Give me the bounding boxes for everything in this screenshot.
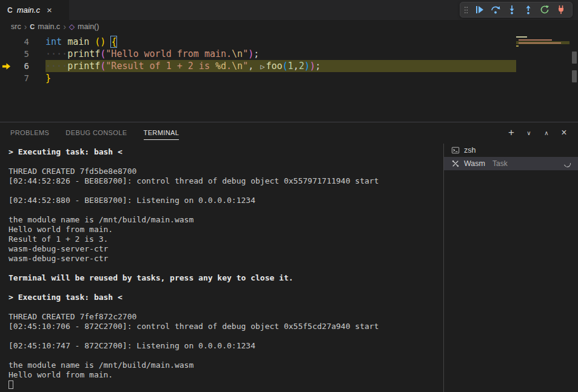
step-into-button[interactable] bbox=[505, 3, 519, 16]
terminal-line: THREAD CREATED 7fef872c2700 bbox=[8, 312, 443, 322]
code-token: 1 bbox=[288, 61, 294, 71]
terminal-line bbox=[8, 186, 443, 196]
code-token: " bbox=[243, 61, 248, 71]
minimap-bar bbox=[519, 42, 561, 44]
terminal-line: > Executing task: bash < bbox=[8, 147, 443, 157]
continue-button[interactable] bbox=[472, 3, 486, 16]
terminal-task-suffix: Task bbox=[492, 159, 508, 168]
terminal-list-item-zsh[interactable]: zsh bbox=[444, 144, 578, 157]
symbol-method-icon: ◇ bbox=[69, 22, 75, 31]
minimap[interactable] bbox=[516, 35, 570, 47]
editor-lines: 4int main () {5····printf("Hello world f… bbox=[0, 33, 578, 84]
editor-line: 7} bbox=[0, 72, 578, 84]
line-number: 7 bbox=[0, 72, 29, 84]
toolbar-grip-icon[interactable] bbox=[464, 5, 468, 15]
code-token: ···· bbox=[45, 61, 67, 71]
loading-spinner-icon bbox=[563, 159, 572, 168]
code-token: 2 bbox=[299, 61, 304, 71]
code-token: } bbox=[45, 73, 51, 84]
terminal-line: the module name is /mnt/build/main.wasm bbox=[8, 360, 443, 370]
terminal-line: [02:45:10:747 - 872C2700]: Listening on … bbox=[8, 341, 443, 351]
panel-actions: +∨∧× bbox=[507, 127, 578, 139]
code-token: ) bbox=[248, 48, 254, 59]
step-over-button[interactable] bbox=[488, 3, 503, 16]
terminal-cursor bbox=[8, 380, 13, 389]
breadcrumb-item-mainc[interactable]: main.c bbox=[38, 22, 60, 31]
code-token: "Result of 1 + 2 is bbox=[106, 61, 215, 71]
c-file-icon: C bbox=[7, 6, 13, 15]
terminal-line: the module name is /mnt/build/main.wasm bbox=[8, 215, 443, 225]
breadcrumb-item-src[interactable]: src bbox=[11, 22, 21, 31]
terminal-line bbox=[8, 351, 443, 360]
close-panel-icon[interactable]: × bbox=[560, 127, 568, 138]
terminal-line: Hello world from main. bbox=[8, 225, 443, 234]
editor-scrollbar[interactable] bbox=[570, 33, 578, 122]
minimap-line bbox=[516, 44, 570, 47]
panel-tab-debug-console[interactable]: DEBUG CONSOLE bbox=[66, 129, 127, 140]
minimap-bar bbox=[516, 36, 527, 38]
terminal-line: wasm-debug-server-ctr bbox=[8, 254, 443, 264]
code-token bbox=[89, 36, 95, 47]
code-token: , bbox=[248, 61, 259, 71]
terminal-output[interactable]: > Executing task: bash < THREAD CREATED … bbox=[0, 144, 443, 392]
terminal-line: Result of 1 + 2 is 3. bbox=[8, 234, 443, 244]
code-token: int bbox=[45, 36, 62, 47]
panel-tabs: PROBLEMSDEBUG CONSOLETERMINAL bbox=[0, 126, 179, 140]
terminal-label: Wasm bbox=[464, 159, 485, 168]
terminal-line: THREAD CREATED 7fd5be8e8700 bbox=[8, 167, 443, 176]
terminal-line bbox=[8, 157, 443, 167]
terminal-line: wasm-debug-server-ctr bbox=[8, 244, 443, 254]
tab-label: main.c bbox=[17, 5, 40, 15]
terminal-line bbox=[8, 302, 443, 312]
code-token: , bbox=[294, 61, 299, 71]
terminal-icon bbox=[451, 146, 460, 154]
terminal-list-item-wasm[interactable]: WasmTask bbox=[444, 157, 578, 170]
editor-line: 6····printf("Result of 1 + 2 is %d.\n", … bbox=[0, 60, 578, 72]
breadcrumb-item-main[interactable]: main() bbox=[78, 22, 99, 31]
code-token: foo bbox=[266, 61, 282, 71]
tab-main-c[interactable]: C main.c × bbox=[0, 0, 69, 20]
code-token: . bbox=[226, 61, 232, 71]
restart-button[interactable] bbox=[537, 3, 552, 16]
minimap-bar bbox=[516, 45, 519, 47]
code-editor[interactable]: 4int main () {5····printf("Hello world f… bbox=[0, 33, 578, 122]
step-out-button[interactable] bbox=[521, 3, 536, 16]
editor-line: 4int main () { bbox=[0, 36, 578, 48]
code-token: () bbox=[95, 36, 106, 47]
tab-bar: C main.c × bbox=[0, 0, 578, 20]
terminal-dropdown-icon[interactable]: ∨ bbox=[525, 130, 533, 136]
code-token: \n bbox=[232, 61, 243, 71]
terminal-line: Hello world from main. bbox=[8, 370, 443, 380]
code-token: ( bbox=[283, 61, 288, 71]
code-token: ; bbox=[315, 61, 321, 71]
debug-current-line-arrow-icon bbox=[2, 62, 11, 71]
disconnect-button[interactable] bbox=[554, 3, 568, 16]
line-number: 4 bbox=[0, 36, 29, 48]
minimap-bar bbox=[519, 39, 552, 41]
code-token: { bbox=[111, 36, 116, 47]
terminal-label: zsh bbox=[464, 146, 476, 154]
code-token: main bbox=[67, 36, 89, 47]
code-token: ) bbox=[304, 61, 310, 71]
terminal-line: > Executing task: bash < bbox=[8, 293, 443, 302]
code-token: ) bbox=[310, 61, 315, 71]
code-token: printf bbox=[67, 61, 100, 71]
breadcrumb: src›Cmain.c›◇main() bbox=[0, 20, 578, 33]
line-content: } bbox=[45, 72, 516, 84]
terminal-cursor-line bbox=[8, 380, 443, 390]
ruler-mark bbox=[572, 51, 577, 64]
line-content: ····printf("Hello world from main.\n"); bbox=[45, 48, 516, 60]
panel-tab-problems[interactable]: PROBLEMS bbox=[10, 129, 49, 140]
panel-tab-terminal[interactable]: TERMINAL bbox=[144, 129, 180, 140]
maximize-panel-icon[interactable]: ∧ bbox=[542, 130, 551, 136]
tab-close-icon[interactable]: × bbox=[47, 5, 52, 15]
code-token: ; bbox=[254, 48, 259, 59]
new-terminal-icon[interactable]: + bbox=[507, 127, 516, 139]
code-token: ( bbox=[100, 61, 106, 71]
terminal-line bbox=[8, 331, 443, 341]
terminal-line: Terminal will be reused by tasks, press … bbox=[8, 273, 443, 283]
line-number: 5 bbox=[0, 48, 29, 60]
code-token: printf bbox=[67, 48, 100, 59]
code-token: ···· bbox=[45, 48, 67, 59]
code-token: %d bbox=[215, 61, 226, 71]
